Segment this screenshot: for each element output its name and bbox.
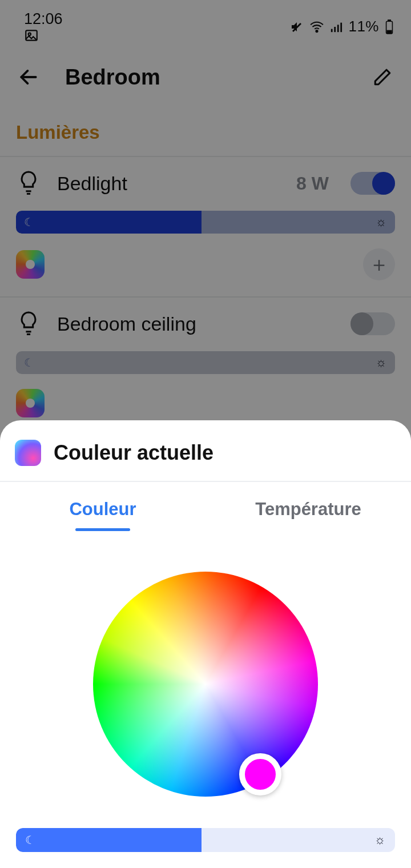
- sheet-title: Couleur actuelle: [54, 441, 213, 465]
- sheet-header: Couleur actuelle: [0, 420, 411, 481]
- current-color-swatch: [15, 440, 41, 466]
- sheet-tabs: Couleur Température: [0, 482, 411, 531]
- color-wheel-handle[interactable]: [239, 753, 281, 795]
- brightness-slider[interactable]: ☾ ☼: [16, 828, 395, 852]
- slider-fill: [16, 828, 202, 852]
- tab-temperature[interactable]: Température: [206, 482, 411, 531]
- moon-icon: ☾: [25, 833, 35, 847]
- tab-color[interactable]: Couleur: [0, 482, 206, 531]
- sheet-slider-wrap: ☾ ☼: [0, 828, 411, 868]
- color-picker-sheet: Couleur actuelle Couleur Température ☾ ☼: [0, 420, 411, 868]
- color-wheel-area: [0, 531, 411, 828]
- color-wheel-disk: [93, 572, 318, 797]
- sun-icon: ☼: [374, 833, 386, 847]
- color-wheel[interactable]: [93, 572, 318, 797]
